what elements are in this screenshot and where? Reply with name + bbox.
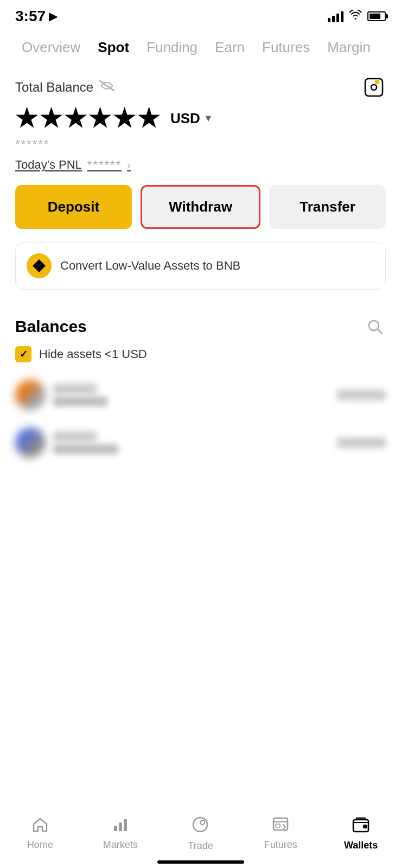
- pnl-arrow-icon: ›: [127, 159, 131, 171]
- deposit-button[interactable]: Deposit: [15, 185, 132, 229]
- tab-futures[interactable]: Futures: [253, 35, 319, 60]
- home-indicator: [157, 860, 244, 864]
- svg-line-8: [378, 329, 382, 334]
- asset-icon: [15, 380, 46, 410]
- home-icon: [32, 817, 48, 836]
- asset-value-blurred: [337, 437, 386, 448]
- wifi-icon: [349, 10, 362, 23]
- svg-point-2: [375, 80, 379, 84]
- transfer-button[interactable]: Transfer: [269, 185, 386, 229]
- svg-point-14: [201, 821, 204, 824]
- pnl-label: Today's PNL: [15, 158, 82, 172]
- tab-funding[interactable]: Funding: [138, 35, 206, 60]
- asset-left: [15, 380, 107, 410]
- markets-icon: [112, 817, 129, 836]
- asset-list: [15, 375, 386, 462]
- convert-text: Convert Low-Value Assets to BNB: [60, 259, 240, 273]
- asset-row[interactable]: [15, 375, 386, 414]
- tab-overview[interactable]: Overview: [13, 35, 89, 60]
- svg-rect-11: [124, 819, 127, 831]
- balances-title: Balances: [15, 317, 87, 336]
- svg-rect-9: [114, 826, 117, 831]
- bottom-nav: Home Markets Trade: [0, 807, 401, 868]
- pnl-row[interactable]: Today's PNL ****** ›: [15, 158, 386, 172]
- hide-assets-row: ✓ Hide assets <1 USD: [15, 346, 386, 362]
- time-display: 3:57: [15, 8, 46, 25]
- asset-info: [53, 384, 107, 406]
- asset-left: [15, 427, 118, 458]
- action-buttons: Deposit Withdraw Transfer: [15, 185, 386, 229]
- nav-trade-label: Trade: [188, 840, 213, 852]
- balance-header: Total Balance: [15, 75, 386, 99]
- svg-rect-17: [276, 824, 280, 827]
- currency-dropdown-icon: ▼: [203, 113, 213, 124]
- asset-name-blurred: [53, 384, 97, 394]
- balances-header: Balances: [15, 316, 386, 337]
- tab-spot[interactable]: Spot: [89, 35, 138, 60]
- nav-home[interactable]: Home: [18, 817, 62, 851]
- currency-label: USD: [170, 110, 200, 127]
- asset-icon: [15, 427, 46, 458]
- signal-bars: [328, 10, 343, 22]
- status-icons: [328, 10, 386, 23]
- asset-amount-blurred: [53, 397, 107, 406]
- balance-masked: ★★★★★★: [15, 104, 162, 133]
- main-content: Total Balance ★★★★★★ USD ▼ ******: [0, 65, 401, 316]
- hide-balance-icon[interactable]: [99, 80, 115, 95]
- wallets-icon: [352, 816, 370, 837]
- svg-point-12: [193, 818, 207, 832]
- balance-amount-row: ★★★★★★ USD ▼: [15, 104, 386, 133]
- balance-label-text: Total Balance: [15, 80, 93, 95]
- nav-markets[interactable]: Markets: [99, 817, 142, 851]
- asset-value-blurred: [337, 390, 386, 400]
- nav-tabs: Overview Spot Funding Earn Futures Margi…: [0, 30, 401, 65]
- nav-wallets-label: Wallets: [344, 840, 378, 851]
- nav-futures[interactable]: Futures: [259, 817, 302, 851]
- svg-rect-0: [365, 79, 383, 96]
- nav-futures-label: Futures: [264, 839, 297, 851]
- nav-home-label: Home: [27, 839, 53, 851]
- location-icon: ▶: [49, 10, 57, 23]
- balance-usd-masked: ******: [15, 137, 386, 151]
- nav-trade[interactable]: Trade: [179, 816, 222, 852]
- status-bar: 3:57 ▶: [0, 0, 401, 30]
- hide-assets-label: Hide assets <1 USD: [39, 347, 147, 361]
- futures-icon: [272, 817, 289, 836]
- svg-point-1: [371, 85, 377, 90]
- currency-selector[interactable]: USD ▼: [170, 110, 213, 127]
- asset-name-blurred: [53, 431, 97, 442]
- svg-rect-19: [363, 825, 367, 828]
- settings-button[interactable]: [362, 75, 386, 99]
- search-button[interactable]: [364, 316, 386, 337]
- nav-markets-label: Markets: [103, 839, 138, 851]
- tab-margin[interactable]: Margin: [319, 35, 379, 60]
- battery-icon: [367, 11, 386, 21]
- asset-amount-blurred: [53, 444, 118, 454]
- tab-earn[interactable]: Earn: [206, 35, 253, 60]
- balances-section: Balances ✓ Hide assets <1 USD: [0, 316, 401, 462]
- balance-label: Total Balance: [15, 80, 115, 95]
- nav-wallets[interactable]: Wallets: [339, 816, 383, 851]
- asset-info: [53, 431, 118, 454]
- pnl-masked: ******: [87, 158, 122, 172]
- svg-rect-10: [119, 822, 122, 831]
- trade-icon: [192, 816, 209, 837]
- status-time: 3:57 ▶: [15, 8, 57, 25]
- checkmark-icon: ✓: [20, 348, 28, 360]
- withdraw-button[interactable]: Withdraw: [141, 185, 260, 229]
- bnb-icon: [27, 253, 52, 278]
- convert-banner[interactable]: Convert Low-Value Assets to BNB: [15, 242, 386, 290]
- hide-assets-checkbox[interactable]: ✓: [15, 346, 31, 362]
- asset-row[interactable]: [15, 423, 386, 462]
